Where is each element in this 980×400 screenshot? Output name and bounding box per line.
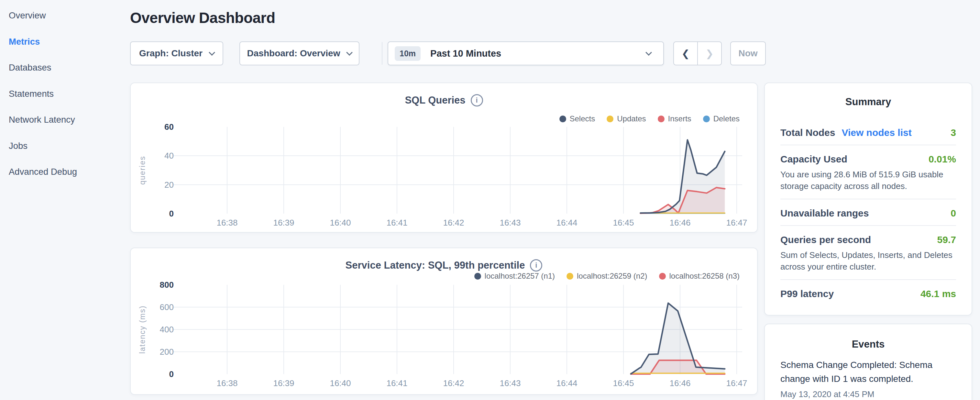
svg-text:16:42: 16:42 xyxy=(443,378,464,388)
svg-text:16:45: 16:45 xyxy=(613,378,634,388)
summary-panel: Summary Total NodesView nodes list3Capac… xyxy=(764,83,972,316)
events-panel: Events Schema Change Completed: Schema c… xyxy=(764,324,972,400)
graph-dropdown[interactable]: Graph: Cluster xyxy=(130,41,223,65)
svg-text:16:38: 16:38 xyxy=(216,218,237,228)
svg-text:200: 200 xyxy=(160,347,174,357)
svg-text:16:41: 16:41 xyxy=(386,378,407,388)
summary-row: Total NodesView nodes list3 xyxy=(780,127,956,138)
svg-text:16:45: 16:45 xyxy=(613,218,634,228)
summary-row-value: 3 xyxy=(951,127,956,138)
svg-text:600: 600 xyxy=(160,302,174,312)
chevron-right-icon: ❯ xyxy=(705,48,713,59)
summary-divider xyxy=(780,225,956,226)
events-title: Events xyxy=(765,338,972,350)
summary-divider xyxy=(780,199,956,199)
now-button-label: Now xyxy=(738,48,757,59)
svg-text:400: 400 xyxy=(160,325,174,334)
time-step-buttons: ❮ ❯ xyxy=(673,41,722,65)
summary-row-description: Sum of Selects, Updates, Inserts, and De… xyxy=(780,249,956,273)
sidebar-nav: OverviewMetricsDatabasesStatementsNetwor… xyxy=(9,3,125,185)
service-latency-chart-card: Service Latency: SQL, 99th percentile i … xyxy=(130,247,758,395)
svg-text:16:40: 16:40 xyxy=(330,378,351,388)
time-range-label: Past 10 Minutes xyxy=(430,48,501,59)
summary-row-description: You are using 28.6 MiB of 515.9 GiB usab… xyxy=(780,169,956,192)
svg-text:0: 0 xyxy=(169,209,174,218)
sql-queries-chart-card: SQL Queries i SelectsUpdatesInsertsDelet… xyxy=(130,83,758,233)
summary-title: Summary xyxy=(765,96,972,108)
time-range-select[interactable]: 10m Past 10 Minutes xyxy=(388,41,664,65)
chart-plot-area[interactable]: 16:3816:3916:4016:4116:4216:4316:4416:45… xyxy=(131,248,757,395)
svg-text:16:44: 16:44 xyxy=(556,218,577,228)
dashboard-dropdown[interactable]: Dashboard: Overview xyxy=(239,41,360,65)
svg-text:16:47: 16:47 xyxy=(726,218,747,228)
event-message: Schema Change Completed: Schema change w… xyxy=(780,358,934,386)
svg-text:60: 60 xyxy=(164,122,174,132)
summary-row: Queries per second59.7 xyxy=(780,234,956,245)
svg-text:0: 0 xyxy=(169,369,174,379)
summary-row-label: Unavailable ranges xyxy=(780,208,869,219)
summary-row: Capacity Used0.01% xyxy=(780,154,956,165)
chevron-down-icon xyxy=(209,49,215,56)
sidebar-item-network-latency[interactable]: Network Latency xyxy=(9,107,125,133)
summary-row-label: P99 latency xyxy=(780,288,834,300)
chart-plot-area[interactable]: 16:3816:3916:4016:4116:4216:4316:4416:45… xyxy=(131,83,757,233)
dashboard-dropdown-label: Dashboard: Overview xyxy=(247,48,340,59)
svg-text:latency (ms): latency (ms) xyxy=(138,305,146,354)
svg-text:16:41: 16:41 xyxy=(386,218,407,228)
svg-text:16:42: 16:42 xyxy=(443,218,464,228)
summary-row-value: 0 xyxy=(951,208,956,219)
sidebar-item-metrics[interactable]: Metrics xyxy=(9,29,125,55)
svg-text:16:46: 16:46 xyxy=(670,378,690,388)
chevron-down-icon xyxy=(347,49,353,56)
graph-dropdown-label: Graph: Cluster xyxy=(139,48,202,59)
summary-row-label: Capacity Used xyxy=(780,154,847,165)
summary-row: P99 latency46.1 ms xyxy=(780,288,956,300)
previous-time-button[interactable]: ❮ xyxy=(673,41,698,65)
svg-text:16:44: 16:44 xyxy=(556,378,577,388)
next-time-button[interactable]: ❯ xyxy=(698,41,722,65)
svg-text:queries: queries xyxy=(138,156,146,185)
time-range-badge: 10m xyxy=(395,46,421,61)
summary-row-label: Queries per second xyxy=(780,234,871,245)
now-button[interactable]: Now xyxy=(730,41,766,65)
view-nodes-list-link[interactable]: View nodes list xyxy=(842,127,912,138)
sidebar-item-databases[interactable]: Databases xyxy=(9,55,125,81)
svg-text:16:46: 16:46 xyxy=(670,218,690,228)
sidebar-item-jobs[interactable]: Jobs xyxy=(9,133,125,159)
svg-text:16:38: 16:38 xyxy=(216,378,237,388)
svg-text:16:43: 16:43 xyxy=(500,378,520,388)
sidebar-item-statements[interactable]: Statements xyxy=(9,81,125,107)
toolbar-divider xyxy=(382,42,382,65)
chevron-down-icon xyxy=(646,49,652,56)
summary-row-label: Total Nodes xyxy=(780,127,835,138)
summary-row-value: 46.1 ms xyxy=(921,288,956,300)
summary-body: Total NodesView nodes list3Capacity Used… xyxy=(765,127,972,300)
summary-divider xyxy=(780,145,956,145)
summary-divider xyxy=(780,279,956,280)
summary-row: Unavailable ranges0 xyxy=(780,208,956,219)
summary-row-value: 59.7 xyxy=(937,234,956,245)
svg-text:20: 20 xyxy=(164,180,174,190)
events-body: Schema Change Completed: Schema change w… xyxy=(765,358,972,399)
svg-text:800: 800 xyxy=(160,280,174,290)
summary-row-value: 0.01% xyxy=(929,154,956,165)
svg-text:16:39: 16:39 xyxy=(273,218,294,228)
event-timestamp: May 13, 2020 at 4:45 PM xyxy=(780,389,956,399)
sidebar-item-advanced-debug[interactable]: Advanced Debug xyxy=(9,159,125,185)
page-title: Overview Dashboard xyxy=(130,9,275,27)
chevron-left-icon: ❮ xyxy=(681,48,689,59)
svg-text:40: 40 xyxy=(164,151,174,161)
svg-text:16:47: 16:47 xyxy=(726,378,747,388)
svg-text:16:39: 16:39 xyxy=(273,378,294,388)
sidebar-item-overview[interactable]: Overview xyxy=(9,3,125,29)
app-root: OverviewMetricsDatabasesStatementsNetwor… xyxy=(0,0,980,400)
svg-text:16:40: 16:40 xyxy=(330,218,351,228)
svg-text:16:43: 16:43 xyxy=(500,218,520,228)
